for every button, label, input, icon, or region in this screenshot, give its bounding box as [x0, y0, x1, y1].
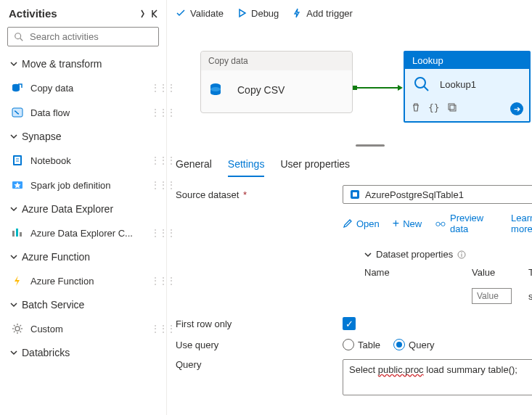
debug-button[interactable]: Debug: [237, 8, 279, 19]
section-adx[interactable]: Azure Data Explorer: [0, 197, 166, 221]
activity-label: Custom: [30, 324, 63, 334]
dataset-action-links: Open + New Preview data Learn more: [343, 213, 532, 234]
svg-rect-10: [16, 229, 18, 237]
check-icon: [176, 8, 186, 18]
toolbar-label: Debug: [251, 8, 279, 19]
svg-line-19: [14, 332, 15, 333]
resize-handle[interactable]: [356, 144, 385, 147]
pencil-icon: [343, 218, 353, 229]
svg-rect-5: [15, 157, 20, 164]
drag-handle-icon[interactable]: ⋮⋮⋮: [150, 323, 160, 334]
activity-label: Azure Function: [30, 276, 94, 287]
connector-arrow: [353, 84, 404, 91]
radio-table[interactable]: Table: [343, 339, 380, 350]
tab-user-properties[interactable]: User properties: [280, 152, 350, 177]
activity-data-flow[interactable]: Data flow ⋮⋮⋮: [0, 100, 166, 125]
node-copy-csv[interactable]: Copy data Copy CSV: [200, 51, 353, 113]
info-icon[interactable]: [457, 250, 466, 259]
search-icon: [412, 75, 431, 94]
chevron-down-icon: [10, 349, 17, 356]
svg-rect-9: [12, 231, 15, 237]
type-value: string: [528, 291, 532, 302]
use-query-radio-group: Table Query: [343, 339, 434, 350]
learn-more-link[interactable]: Learn more: [511, 213, 532, 234]
first-row-only-checkbox[interactable]: ✓: [343, 317, 356, 330]
drag-handle-icon[interactable]: ⋮⋮⋮: [150, 275, 160, 287]
copy-icon[interactable]: [447, 102, 457, 112]
delete-icon[interactable]: [411, 102, 421, 112]
section-move-transform[interactable]: Move & transform: [0, 52, 166, 75]
section-azure-function[interactable]: Azure Function: [0, 245, 166, 268]
drag-handle-icon[interactable]: ⋮⋮⋮: [150, 107, 160, 118]
activity-adx-command[interactable]: Azure Data Explorer C... ⋮⋮⋮: [0, 221, 166, 245]
drag-handle-icon[interactable]: ⋮⋮⋮: [150, 82, 160, 94]
chevron-down-icon: [10, 253, 17, 260]
settings-form: Source dataset * AzurePostgreSqlTable1 ⌄…: [167, 178, 532, 413]
row-source-dataset: Source dataset * AzurePostgreSqlTable1 ⌄: [176, 185, 532, 204]
node-lookup[interactable]: Lookup Lookup1 {} ➔: [404, 51, 531, 123]
value-input[interactable]: [472, 288, 512, 304]
validate-button[interactable]: Validate: [176, 8, 224, 19]
svg-line-1: [20, 38, 23, 41]
tab-settings[interactable]: Settings: [228, 152, 265, 177]
section-label: Databricks: [22, 347, 70, 358]
toolbar: Validate Debug Add trigger { }: [167, 0, 532, 26]
row-use-query: Use query Table Query: [176, 339, 532, 350]
search-activities-field[interactable]: [28, 30, 153, 43]
run-button[interactable]: ➔: [510, 102, 523, 115]
activity-label: Data flow: [30, 107, 70, 118]
sidebar-title: Activities: [9, 7, 57, 20]
svg-line-17: [14, 325, 15, 326]
col-type: Type: [528, 267, 532, 278]
add-trigger-button[interactable]: Add trigger: [292, 8, 353, 19]
radio-label: Query: [409, 340, 434, 350]
bolt-icon: [292, 8, 302, 18]
svg-point-32: [441, 222, 445, 226]
node-label: Copy CSV: [237, 84, 285, 96]
open-link[interactable]: Open: [343, 218, 380, 229]
node-body: Copy CSV: [201, 70, 352, 112]
section-batch-service[interactable]: Batch Service: [0, 293, 166, 316]
svg-point-35: [462, 252, 462, 252]
activity-azure-function[interactable]: Azure Function ⋮⋮⋮: [0, 268, 166, 293]
drag-handle-icon[interactable]: ⋮⋮⋮: [150, 227, 160, 239]
collapse-icon[interactable]: [139, 9, 159, 19]
activity-custom[interactable]: Custom ⋮⋮⋮: [0, 316, 166, 341]
source-dataset-label: Source dataset *: [176, 189, 343, 200]
activity-copy-data[interactable]: Copy data ⋮⋮⋮: [0, 75, 166, 100]
function-icon: [10, 274, 25, 288]
glasses-icon: [435, 219, 446, 228]
dataset-properties-label: Dataset properties: [376, 249, 453, 260]
gear-icon: [10, 321, 25, 336]
chevron-down-icon: [10, 133, 17, 140]
section-label: Batch Service: [22, 299, 84, 311]
svg-point-31: [436, 222, 440, 226]
svg-line-18: [20, 332, 22, 333]
preview-data-link[interactable]: Preview data: [435, 213, 498, 234]
notebook-icon: [10, 153, 25, 168]
drag-handle-icon[interactable]: ⋮⋮⋮: [150, 155, 160, 166]
svg-point-22: [210, 87, 221, 91]
dataset-properties: Dataset properties Name Value Type strin…: [364, 249, 532, 304]
new-link[interactable]: + New: [393, 218, 422, 229]
query-textarea[interactable]: Select public.proc load summary table();: [343, 359, 532, 395]
radio-query[interactable]: Query: [393, 339, 434, 350]
code-icon[interactable]: {}: [428, 102, 440, 115]
search-activities-input[interactable]: [7, 27, 159, 46]
copy-data-icon: [10, 81, 25, 95]
node-header: Lookup: [405, 52, 529, 69]
dataset-properties-header[interactable]: Dataset properties: [364, 249, 532, 260]
section-synapse[interactable]: Synapse: [0, 125, 166, 148]
activity-spark-job[interactable]: Spark job definition ⋮⋮⋮: [0, 173, 166, 197]
play-icon: [237, 8, 247, 18]
node-actions: {} ➔: [405, 99, 529, 121]
main-panel: Validate Debug Add trigger { } ⌣ Copy da…: [167, 0, 532, 415]
source-dataset-dropdown[interactable]: AzurePostgreSqlTable1 ⌄: [343, 185, 532, 204]
drag-handle-icon[interactable]: ⋮⋮⋮: [150, 179, 160, 191]
activity-notebook[interactable]: Notebook ⋮⋮⋮: [0, 148, 166, 173]
tab-general[interactable]: General: [176, 152, 212, 177]
copy-data-icon: [208, 81, 227, 99]
section-databricks[interactable]: Databricks: [0, 341, 166, 364]
pipeline-canvas[interactable]: ⌣ Copy data Copy CSV Lookup Lookup1 {}: [167, 26, 532, 149]
svg-point-0: [15, 33, 21, 38]
